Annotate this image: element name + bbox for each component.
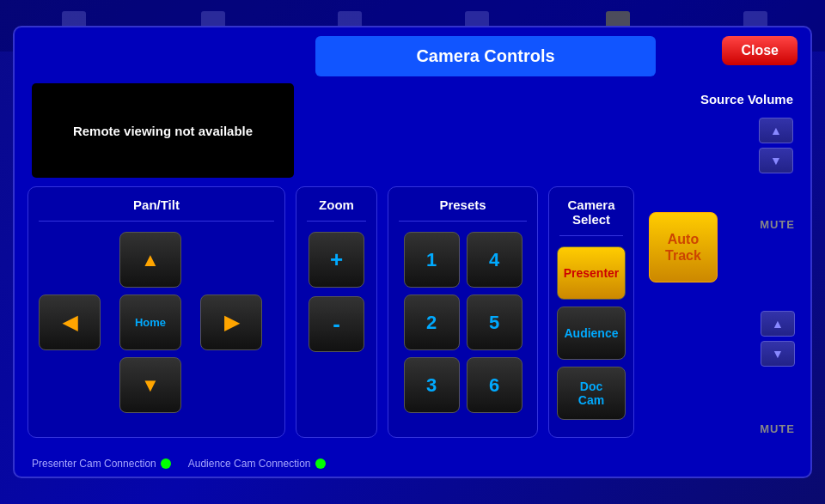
status-bar: Presenter Cam Connection Audience Cam Co… xyxy=(32,458,793,470)
presenter-cam-dot xyxy=(161,458,171,469)
pan-home-button[interactable]: Home xyxy=(119,295,181,350)
preset-1-button[interactable]: 1 xyxy=(404,232,460,288)
empty-topleft xyxy=(39,232,101,288)
volume-controls-top: ▲ ▼ xyxy=(759,118,793,173)
controls-area: Pan/Tilt ▲ ◀ Home ▶ ▼ Zoom + xyxy=(28,186,798,438)
camera-presenter-button[interactable]: Presenter xyxy=(557,246,626,300)
side-volume-arrows: ▲ ▼ xyxy=(761,311,795,367)
presenter-cam-indicator: Presenter Cam Connection xyxy=(32,458,171,470)
zoom-in-button[interactable]: + xyxy=(309,232,364,288)
zoom-out-button[interactable]: - xyxy=(309,296,364,352)
empty-topright xyxy=(200,232,262,288)
presenter-cam-label: Presenter Cam Connection xyxy=(32,458,156,470)
side-volume-down-button[interactable]: ▼ xyxy=(761,341,795,367)
auto-track-button[interactable]: AutoTrack xyxy=(649,212,718,282)
zoom-buttons: + - xyxy=(309,232,364,352)
pan-right-button[interactable]: ▶ xyxy=(200,295,262,350)
close-button[interactable]: Close xyxy=(722,36,798,65)
source-volume-label: Source Volume xyxy=(700,92,793,106)
presets-section: Presets 1 4 2 5 3 6 xyxy=(388,186,538,438)
remote-view-panel: Remote viewing not available xyxy=(32,83,294,178)
presets-grid: 1 4 2 5 3 6 xyxy=(404,232,522,413)
pan-tilt-label: Pan/Tilt xyxy=(133,197,180,212)
preset-6-button[interactable]: 6 xyxy=(467,357,522,413)
volume-down-button[interactable]: ▼ xyxy=(759,148,793,173)
preset-5-button[interactable]: 5 xyxy=(467,295,522,350)
preset-3-button[interactable]: 3 xyxy=(404,357,460,413)
main-panel: Close Camera Controls Remote viewing not… xyxy=(13,26,812,478)
empty-bottomright xyxy=(200,357,262,413)
presets-divider xyxy=(399,221,527,222)
pan-down-button[interactable]: ▼ xyxy=(119,357,181,413)
side-volume-up-button[interactable]: ▲ xyxy=(761,311,795,337)
volume-up-button[interactable]: ▲ xyxy=(759,118,793,143)
presets-label: Presets xyxy=(439,197,486,212)
pan-left-button[interactable]: ◀ xyxy=(39,295,101,350)
pan-tilt-grid: ▲ ◀ Home ▶ ▼ xyxy=(39,232,274,413)
preset-4-button[interactable]: 4 xyxy=(467,232,522,288)
pan-up-button[interactable]: ▲ xyxy=(119,232,181,288)
camera-select-section: CameraSelect Presenter Audience DocCam xyxy=(548,186,634,438)
audience-cam-dot xyxy=(315,458,326,469)
zoom-divider xyxy=(307,221,366,222)
audience-cam-indicator: Audience Cam Connection xyxy=(188,458,326,470)
camera-select-label: CameraSelect xyxy=(567,197,614,227)
camera-doccam-button[interactable]: DocCam xyxy=(557,367,626,420)
camera-select-divider xyxy=(559,235,623,236)
mute-label-bottom[interactable]: MUTE xyxy=(760,422,795,435)
zoom-label: Zoom xyxy=(319,197,354,212)
camera-audience-button[interactable]: Audience xyxy=(557,307,626,360)
auto-track-section: AutoTrack xyxy=(645,186,722,438)
pan-tilt-divider xyxy=(39,221,274,222)
remote-view-text: Remote viewing not available xyxy=(73,124,253,138)
pan-tilt-section: Pan/Tilt ▲ ◀ Home ▶ ▼ xyxy=(28,186,285,438)
audience-cam-label: Audience Cam Connection xyxy=(188,458,311,470)
empty-bottomleft xyxy=(39,357,101,413)
camera-controls-title: Camera Controls xyxy=(315,36,656,76)
preset-2-button[interactable]: 2 xyxy=(404,295,460,350)
zoom-section: Zoom + - xyxy=(296,186,377,438)
